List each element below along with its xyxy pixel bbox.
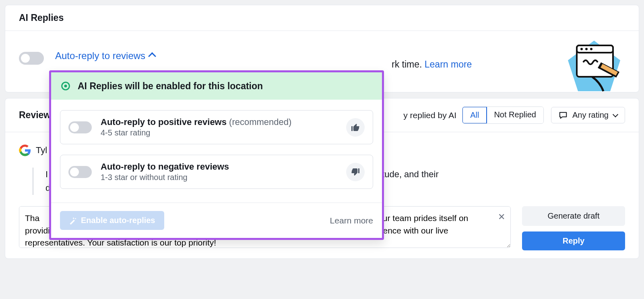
chevron-down-icon: [613, 111, 618, 117]
auto-reply-positive-toggle[interactable]: [68, 121, 92, 133]
clear-reply-icon[interactable]: ✕: [498, 212, 505, 222]
option-positive-sub: 4-5 star rating: [101, 128, 346, 137]
filter-all[interactable]: All: [462, 106, 487, 124]
popover-footer: Enable auto-replies Learn more: [51, 203, 382, 238]
thumbs-up-icon: [346, 118, 365, 137]
auto-reply-positive-option: Auto-reply to positive reviews (recommen…: [60, 110, 373, 144]
auto-reply-negative-toggle[interactable]: [68, 166, 92, 178]
chevron-up-icon: [148, 52, 156, 60]
auto-reply-popover: AI Replies will be enabled for this loca…: [49, 70, 384, 240]
auto-reply-negative-option: Auto-reply to negative reviews 1-3 star …: [60, 155, 373, 189]
ai-replies-main-toggle[interactable]: [19, 52, 44, 65]
rating-filter-dropdown[interactable]: Any rating: [551, 107, 625, 123]
ai-replies-header: AI Replies: [5, 5, 639, 31]
speech-bubble-icon: [559, 111, 568, 120]
popover-header: AI Replies will be enabled for this loca…: [51, 72, 382, 100]
learn-more-link-top[interactable]: Learn more: [425, 59, 472, 70]
ai-replies-title: AI Replies: [19, 12, 625, 23]
popover-body: Auto-reply to positive reviews (recommen…: [51, 100, 382, 203]
reply-filter-segment: All Not Replied: [462, 106, 544, 124]
background-text-fragment: rk time. Learn more: [392, 59, 472, 70]
enable-auto-replies-button[interactable]: Enable auto-replies: [60, 211, 164, 230]
auto-reply-link[interactable]: Auto-reply to reviews: [55, 50, 145, 61]
generate-draft-button[interactable]: Generate draft: [522, 206, 625, 226]
filter-not-replied[interactable]: Not Replied: [487, 107, 543, 123]
ai-writing-illustration: [564, 38, 624, 94]
popover-header-text: AI Replies will be enabled for this loca…: [78, 81, 263, 92]
learn-more-link-popover[interactable]: Learn more: [330, 216, 373, 225]
thumbs-down-icon: [346, 163, 365, 181]
option-positive-recommended: (recommended): [229, 117, 291, 127]
reply-button[interactable]: Reply: [522, 231, 625, 250]
google-icon: [19, 144, 31, 156]
svg-point-7: [64, 85, 67, 88]
option-positive-title: Auto-reply to positive reviews: [101, 117, 227, 127]
svg-point-4: [585, 48, 588, 50]
svg-point-5: [590, 48, 592, 50]
location-target-icon: [60, 80, 71, 92]
option-negative-sub: 1-3 star or without rating: [101, 173, 346, 182]
reviewer-name-fragment: Tyl: [36, 145, 47, 156]
svg-point-3: [580, 48, 583, 50]
replied-by-ai-label-fragment: y replied by AI: [403, 111, 456, 120]
rating-filter-label: Any rating: [572, 111, 609, 120]
magic-wand-icon: [69, 217, 77, 225]
option-negative-title: Auto-reply to negative reviews: [101, 162, 229, 172]
